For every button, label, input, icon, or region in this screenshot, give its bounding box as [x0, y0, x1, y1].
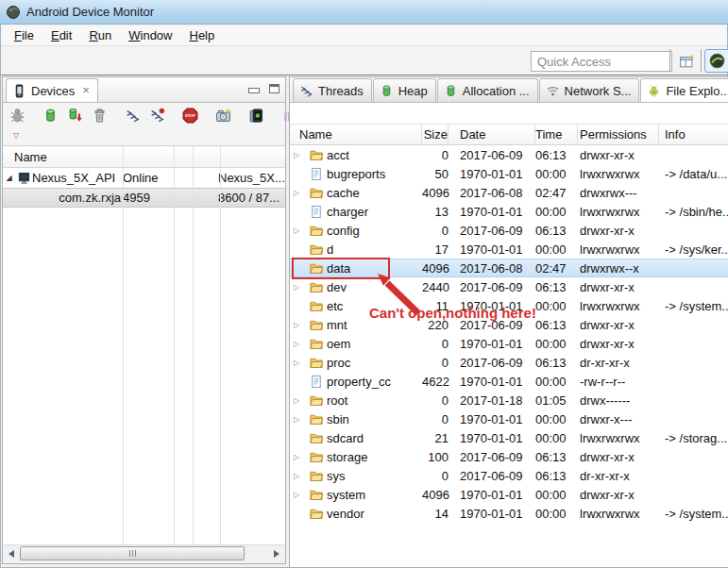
device-row[interactable]: ◢Nexus_5X_APIOnlineNexus_5X... [3, 168, 285, 188]
stop-process-icon: STOP [182, 108, 198, 124]
device-row[interactable]: com.zk.rxja49598600 / 87... [3, 188, 285, 208]
tree-collapsed-icon[interactable]: ▷ [294, 396, 306, 405]
update-heap-button[interactable] [42, 108, 59, 127]
close-icon[interactable]: × [82, 86, 90, 95]
file-name: dev [327, 280, 347, 294]
tree-collapsed-icon[interactable]: ▷ [294, 491, 306, 499]
table-row[interactable]: ▷system40961970-01-0100:00drwxr-xr-x [290, 485, 728, 504]
file-permissions: lrwxrwxrwx [578, 205, 659, 219]
tree-collapsed-icon[interactable]: ▷ [294, 340, 306, 348]
file-permissions: drwxr-x--- [578, 412, 659, 426]
table-row[interactable]: ▷dev24402017-06-0906:13drwxr-xr-x [290, 277, 728, 296]
scroll-right-icon[interactable] [269, 546, 284, 561]
tree-collapsed-icon[interactable]: ▷ [294, 151, 306, 159]
menu-item-window[interactable]: Window [121, 26, 179, 44]
file-size: 100 [422, 450, 449, 464]
column-header-date[interactable]: Date [449, 125, 535, 144]
tree-collapsed-icon[interactable]: ▷ [294, 359, 306, 367]
ddms-perspective-button[interactable] [704, 49, 728, 73]
table-row[interactable]: ▷oem01970-01-0100:00drwxr-xr-x [290, 334, 728, 353]
column-header-permissions[interactable]: Permissions [578, 125, 659, 144]
update-threads-button[interactable] [125, 108, 141, 127]
debug-process-button[interactable] [9, 108, 25, 127]
table-row[interactable]: charger131970-01-0100:00lrwxrwxrwx-> /sb… [290, 202, 728, 221]
table-row[interactable]: property_cc46221970-01-0100:00-rw-r--r-- [290, 372, 728, 391]
dump-hprof-button[interactable] [67, 108, 83, 127]
table-row[interactable]: ▷config02017-06-0906:13drwxr-xr-x [290, 221, 728, 240]
table-row[interactable]: ▷root02017-01-1801:05drwx------ [290, 391, 728, 409]
file-date: 1970-01-01 [449, 412, 535, 426]
column-header-size[interactable]: Size [422, 125, 449, 144]
file-icon [306, 205, 327, 219]
tree-collapsed-icon[interactable]: ▷ [294, 283, 306, 292]
tree-collapsed-icon[interactable]: ▷ [294, 189, 306, 197]
tab-allocation[interactable]: Allocation ... [437, 78, 538, 102]
table-row[interactable]: sdcard211970-01-0100:00lrwxrwxrwx-> /sto… [290, 428, 728, 447]
file-permissions: drwxr-xr-x [578, 337, 659, 351]
tree-expanded-icon[interactable]: ◢ [3, 174, 15, 182]
table-row[interactable]: ▷sbin01970-01-0100:00drwxr-x--- [290, 409, 728, 428]
maximize-icon[interactable] [269, 84, 279, 93]
file-time: 00:00 [535, 412, 578, 426]
stop-process-button[interactable]: STOP [182, 108, 198, 127]
file-date: 1970-01-01 [449, 337, 535, 351]
file-date: 2017-06-09 [449, 356, 535, 370]
cause-gc-button[interactable] [92, 108, 108, 127]
file-time: 06:13 [535, 148, 578, 162]
menu-item-file[interactable]: File [7, 26, 42, 44]
scroll-left-icon[interactable] [4, 546, 19, 561]
device-icon [15, 171, 32, 185]
tree-collapsed-icon[interactable]: ▷ [294, 321, 306, 329]
screen-capture-button[interactable] [215, 108, 231, 127]
table-row[interactable]: ▷storage1002017-06-0906:13drwxr-xr-x [290, 447, 728, 466]
tab-heap[interactable]: Heap [373, 78, 436, 102]
minimize-icon[interactable] [248, 88, 260, 93]
table-row[interactable]: ▷cache40962017-06-0802:47drwxrwx--- [290, 183, 728, 202]
column-header-time[interactable]: Time [535, 125, 578, 144]
app-icon [6, 5, 21, 20]
tab-devices[interactable]: Devices × [6, 78, 98, 102]
menu-item-edit[interactable]: Edit [43, 26, 79, 44]
table-row[interactable]: ▷sys02017-06-0906:13dr-xr-xr-x [290, 466, 728, 485]
devices-column-header[interactable]: Name [3, 146, 285, 168]
phone-icon [12, 84, 26, 98]
column-header-name[interactable]: Name [290, 125, 422, 144]
table-row[interactable]: vendor141970-01-0100:00lrwxrwxrwx-> /sys… [290, 504, 728, 523]
tree-collapsed-icon[interactable]: ▷ [294, 226, 306, 235]
table-row[interactable]: ▷proc02017-06-0906:13dr-xr-xr-x [290, 353, 728, 372]
table-row[interactable]: data40962017-06-0802:47drwxrwx--x [290, 259, 728, 277]
menu-item-run[interactable]: Run [81, 26, 119, 44]
tree-collapsed-icon[interactable]: ▷ [294, 415, 306, 424]
menu-item-help[interactable]: Help [181, 26, 222, 44]
folder-icon [306, 488, 327, 502]
file-name: charger [327, 205, 368, 219]
file-table-header[interactable]: NameSizeDateTimePermissionsInfo [290, 124, 728, 145]
file-date: 1970-01-01 [449, 167, 535, 181]
file-size: 0 [422, 337, 449, 351]
tab-threads[interactable]: Threads [293, 78, 372, 102]
scrollbar-thumb[interactable] [20, 546, 245, 560]
file-date: 1970-01-01 [449, 431, 535, 445]
table-row[interactable]: bugreports501970-01-0100:00lrwxrwxrwx-> … [290, 164, 728, 183]
file-size: 4096 [422, 488, 449, 502]
device-status: 4959 [123, 191, 172, 205]
table-row[interactable]: d171970-01-0100:00lrwxrwxrwx-> /sys/ker.… [290, 240, 728, 259]
tab-file-explo[interactable]: File Explo...× [640, 78, 728, 102]
screen-record-button[interactable] [248, 108, 264, 127]
quick-access-input[interactable] [531, 51, 672, 72]
main-toolbar [1, 47, 727, 75]
file-time: 00:00 [535, 431, 578, 445]
file-size: 4096 [422, 261, 449, 276]
view-menu-icon[interactable]: ▽ [3, 131, 285, 145]
column-header-info[interactable]: Info [659, 125, 728, 144]
file-permissions: drwxrwx--x [578, 261, 659, 276]
table-row[interactable]: ▷acct02017-06-0906:13drwxr-xr-x [290, 145, 728, 164]
tab-network-s[interactable]: Network S... [539, 78, 640, 102]
start-method-profiling-icon [149, 108, 165, 124]
start-method-profiling-button[interactable] [149, 108, 165, 127]
tree-collapsed-icon[interactable]: ▷ [294, 472, 306, 480]
dump-hprof-icon [67, 108, 83, 124]
tree-collapsed-icon[interactable]: ▷ [294, 453, 306, 461]
open-perspective-button[interactable] [675, 52, 698, 71]
file-date: 2017-06-08 [449, 186, 535, 200]
